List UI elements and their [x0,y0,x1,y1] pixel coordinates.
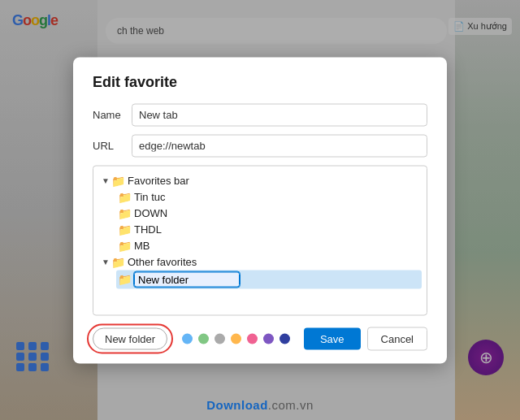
name-row: Name [93,103,427,126]
tree-node-new-folder[interactable]: 📁 [116,270,422,288]
tree-node-down[interactable]: 📁 DOWN [116,205,422,221]
dot-gray[interactable] [214,333,225,344]
down-label: DOWN [134,207,167,219]
other-favorites-label: Other favorites [128,256,197,268]
edit-favorite-dialog: Edit favorite Name URL ▼ 📁 Favorites bar… [73,57,447,363]
name-input[interactable] [132,103,427,126]
dot-dark-blue[interactable] [280,333,290,344]
tree-node-favorites-bar[interactable]: ▼ 📁 Favorites bar [98,172,422,188]
save-button[interactable]: Save [304,327,361,349]
tree-node-tintuc[interactable]: 📁 Tin tuc [116,188,422,205]
tintuc-label: Tin tuc [134,191,166,203]
url-row: URL [93,134,427,157]
dot-orange[interactable] [231,333,241,344]
dialog-footer: New folder Save Cancel [93,327,427,350]
other-favorites-children: 📁 [98,270,422,288]
folder-icon: 📁 [111,174,124,187]
folder-icon: 📁 [118,223,131,236]
name-label: Name [93,109,132,121]
folder-icon: 📁 [118,190,131,203]
dot-green[interactable] [198,333,209,344]
color-dots-row [182,333,290,344]
tree-node-other-favorites[interactable]: ▼ 📁 Other favorites [98,253,422,270]
folder-tree[interactable]: ▼ 📁 Favorites bar 📁 Tin tuc 📁 DOWN 📁 THD… [93,165,427,315]
cancel-button[interactable]: Cancel [367,327,427,350]
folder-icon: 📁 [118,206,131,219]
url-label: URL [93,140,132,152]
mb-label: MB [134,240,150,252]
new-folder-button-wrapper: New folder [93,327,167,349]
thdl-label: THDL [134,223,162,236]
new-folder-name-input[interactable] [134,271,240,287]
chevron-down-icon: ▼ [100,175,111,186]
folder-icon: 📁 [111,255,124,268]
favorites-bar-label: Favorites bar [128,175,189,187]
new-folder-button[interactable]: New folder [93,327,167,349]
tree-node-mb[interactable]: 📁 MB [116,237,422,253]
url-input[interactable] [132,134,427,157]
chevron-down-icon: ▼ [100,256,111,267]
dot-purple[interactable] [263,333,274,344]
dialog-title: Edit favorite [93,73,427,90]
folder-icon: 📁 [118,239,131,252]
dot-pink[interactable] [247,333,258,344]
tree-node-thdl[interactable]: 📁 THDL [116,221,422,237]
dot-blue[interactable] [182,333,193,344]
favorites-bar-children: 📁 Tin tuc 📁 DOWN 📁 THDL 📁 MB [98,188,422,253]
watermark: Download.com.vn [206,398,314,412]
footer-actions: Save Cancel [304,327,427,350]
folder-icon: 📁 [118,273,131,286]
